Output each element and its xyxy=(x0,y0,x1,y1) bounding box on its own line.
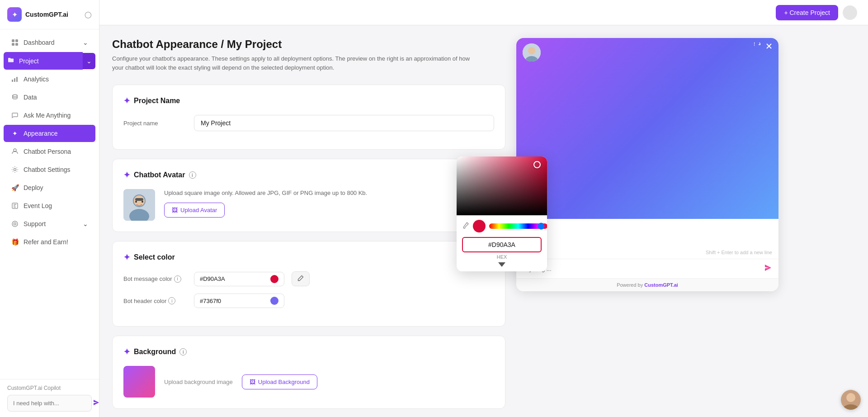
picker-color-swatch xyxy=(473,220,486,232)
preview-topbar xyxy=(516,38,778,56)
hue-slider[interactable] xyxy=(489,223,547,229)
project-name-row: Project name xyxy=(123,115,494,131)
sidebar-item-support[interactable]: Support ⌄ xyxy=(4,215,95,232)
sidebar-item-label-appearance: Appearance xyxy=(24,130,58,137)
preview-refresh-button[interactable] xyxy=(754,43,761,52)
bot-message-color-info-icon[interactable]: i xyxy=(174,275,181,283)
section-select-color: ✦ Select color Bot message color i #D90A… xyxy=(112,241,505,327)
copilot-send-icon[interactable] xyxy=(93,399,100,408)
sidebar-item-dashboard[interactable]: Dashboard ⌄ xyxy=(4,34,95,51)
copilot-input-wrap[interactable] xyxy=(7,395,92,412)
preview-input-area[interactable] xyxy=(516,259,778,278)
sidebar-item-deploy[interactable]: 🚀 Deploy xyxy=(4,179,95,196)
settings-icon xyxy=(11,166,19,174)
bot-header-color-dot xyxy=(270,297,278,305)
svg-point-24 xyxy=(846,393,855,402)
sidebar-item-project: Project ⌄ xyxy=(0,52,99,70)
avatar-preview xyxy=(123,189,155,221)
sidebar-item-label-chatbot-settings: Chatbot Settings xyxy=(24,166,71,173)
content-area: Chatbot Appearance / My Project Configur… xyxy=(99,25,868,417)
eyedropper-icon[interactable] xyxy=(462,222,469,231)
bot-message-color-value: #D90A3A xyxy=(200,275,267,282)
svg-rect-0 xyxy=(12,39,14,42)
section-project-name: ✦ Project Name Project name xyxy=(112,85,505,150)
sidebar-item-ask-me-anything[interactable]: Ask Me Anything xyxy=(4,107,95,124)
svg-point-12 xyxy=(14,223,16,225)
background-info-icon[interactable]: i xyxy=(179,348,187,355)
hex-input-wrap xyxy=(462,237,542,252)
logo-text: CustomGPT.ai xyxy=(25,11,68,18)
hex-label: HEX xyxy=(462,254,542,260)
svg-point-11 xyxy=(12,221,18,227)
upload-avatar-icon: 🖼 xyxy=(172,207,178,213)
topbar: + Create Project xyxy=(99,0,868,25)
upload-bg-icon: 🖼 xyxy=(250,379,255,385)
svg-point-7 xyxy=(13,95,17,96)
color-gradient-canvas[interactable] xyxy=(457,156,547,215)
project-name-label: Project name xyxy=(123,120,187,127)
sidebar-item-event-log[interactable]: Event Log xyxy=(4,197,95,214)
upload-avatar-button[interactable]: 🖼 Upload Avatar xyxy=(164,203,225,218)
sidebar-item-label-ama: Ask Me Anything xyxy=(24,112,71,119)
section-title-background: ✦ Background i xyxy=(123,347,494,357)
analytics-icon xyxy=(11,75,19,83)
sidebar-item-chatbot-persona[interactable]: Chatbot Persona xyxy=(4,143,95,160)
sidebar-item-label-chatbot-persona: Chatbot Persona xyxy=(24,148,71,155)
color-edit-button[interactable] xyxy=(292,271,310,286)
bot-message-color-field[interactable]: #D90A3A xyxy=(194,272,284,286)
section-chatbot-avatar: ✦ Chatbot Avatar i Upload square image o… xyxy=(112,159,505,232)
sidebar-item-appearance[interactable]: ✦ Appearance xyxy=(4,125,95,142)
svg-point-19 xyxy=(142,201,143,203)
section-title-project-name: ✦ Project Name xyxy=(123,96,494,106)
bot-message-color-label: Bot message color i xyxy=(123,275,187,283)
preview-input-hint: Shift + Enter to add a new line xyxy=(516,250,778,259)
hex-input[interactable] xyxy=(467,241,536,248)
notification-bell-icon[interactable]: ◯ xyxy=(85,11,92,18)
chatbot-avatar-info-icon[interactable]: i xyxy=(189,171,196,179)
svg-rect-3 xyxy=(15,43,18,46)
preview-chat-input[interactable] xyxy=(523,265,760,272)
sidebar-item-data[interactable]: Data xyxy=(4,89,95,106)
rocket-icon: 🚀 xyxy=(11,184,19,192)
create-project-button[interactable]: + Create Project xyxy=(776,5,838,20)
copilot-section: CustomGPT.ai Copilot xyxy=(0,379,99,417)
bot-message-color-row: Bot message color i #D90A3A xyxy=(123,271,494,286)
svg-rect-2 xyxy=(12,43,14,46)
project-name-input[interactable] xyxy=(194,115,494,131)
color-picker-row: ⋮ xyxy=(462,220,542,232)
sidebar-item-chatbot-settings[interactable]: Chatbot Settings xyxy=(4,161,95,178)
create-project-label: + Create Project xyxy=(784,9,830,16)
preview-send-icon[interactable] xyxy=(764,264,772,274)
bot-header-color-row: Bot header color i #7367f0 xyxy=(123,294,494,308)
svg-rect-4 xyxy=(12,80,13,82)
copilot-input[interactable] xyxy=(13,400,89,407)
sidebar-item-label-data: Data xyxy=(24,94,37,101)
project-main-button[interactable]: Project xyxy=(4,52,83,70)
person-icon xyxy=(11,147,19,156)
color-picker-dot[interactable] xyxy=(533,161,541,168)
svg-point-21 xyxy=(528,47,535,54)
section-title-chatbot-avatar: ✦ Chatbot Avatar i xyxy=(123,170,494,180)
picker-arrow xyxy=(462,262,542,267)
data-icon xyxy=(11,93,19,101)
sidebar-item-analytics[interactable]: Analytics xyxy=(4,71,95,88)
picker-arrow-up-icon xyxy=(498,262,505,267)
svg-point-18 xyxy=(135,201,137,203)
sidebar-item-label-project: Project xyxy=(19,57,39,65)
svg-rect-1 xyxy=(15,39,18,42)
sidebar-item-refer-earn[interactable]: 🎁 Refer and Earn! xyxy=(4,233,95,251)
floating-avatar[interactable] xyxy=(841,390,861,410)
upload-avatar-label: Upload Avatar xyxy=(180,207,217,213)
preview-messages-area xyxy=(516,219,778,250)
sidebar-nav: Dashboard ⌄ Project ⌄ Analytics Da xyxy=(0,29,99,379)
bot-header-color-field[interactable]: #7367f0 xyxy=(194,294,284,308)
svg-rect-5 xyxy=(14,78,15,82)
project-chevron-button[interactable]: ⌄ xyxy=(83,53,95,69)
chatbot-avatar-section-icon: ✦ xyxy=(123,170,130,180)
color-picker-popup: ⋮ HEX xyxy=(457,156,547,271)
preview-close-button[interactable] xyxy=(766,43,772,51)
upload-background-button[interactable]: 🖼 Upload Background xyxy=(242,374,317,389)
bot-message-color-dot xyxy=(270,275,278,283)
bot-header-color-info-icon[interactable]: i xyxy=(168,297,175,304)
support-chevron-icon: ⌄ xyxy=(83,220,88,227)
